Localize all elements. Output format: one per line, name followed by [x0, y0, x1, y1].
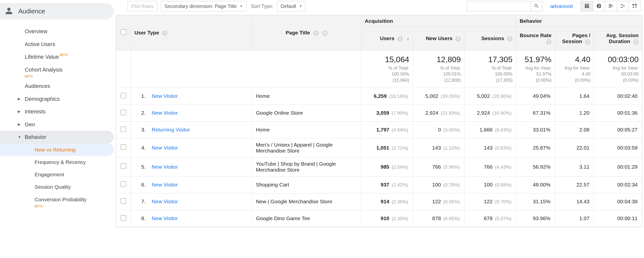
- help-icon[interactable]: ?: [546, 39, 552, 45]
- sidebar-section-audience[interactable]: Audience: [0, 3, 114, 20]
- row-index: 2.: [141, 110, 147, 116]
- sidebar-item-active-users[interactable]: Active Users: [0, 38, 116, 51]
- user-type-link[interactable]: New Visitor: [152, 145, 178, 151]
- sidebar-item-audiences[interactable]: Audiences: [0, 80, 116, 93]
- row-checkbox[interactable]: [121, 127, 126, 132]
- sidebar-item-overview[interactable]: Overview: [0, 25, 116, 38]
- row-index: 1.: [141, 93, 147, 99]
- totals-sessions-value: 17,305: [468, 55, 512, 64]
- user-type-link[interactable]: New Visitor: [152, 164, 178, 170]
- select-all-checkbox[interactable]: [121, 30, 126, 35]
- caret-right-icon: ▶: [18, 109, 20, 114]
- row-checkbox[interactable]: [121, 110, 126, 115]
- users-cell: 1,051(2.71%): [361, 138, 413, 157]
- duration-cell: 00:01:36: [594, 105, 642, 121]
- pps-cell: 2.08: [555, 121, 594, 138]
- view-table-button[interactable]: [581, 1, 593, 11]
- advanced-link[interactable]: advanced: [550, 3, 573, 9]
- view-pie-button[interactable]: [593, 1, 605, 11]
- col-new-users[interactable]: New Users ?: [413, 27, 464, 51]
- remove-dimension-button[interactable]: ✕: [322, 31, 328, 36]
- help-icon[interactable]: ?: [313, 31, 318, 36]
- new-users-cell: 5,002(39.05%): [413, 88, 464, 105]
- col-page-title-label: Page Title: [286, 30, 310, 35]
- secondary-dimension-select[interactable]: Secondary dimension: Page Title ▼: [161, 1, 246, 12]
- user-type-link[interactable]: New Visitor: [152, 215, 178, 221]
- row-index: 4.: [141, 145, 147, 151]
- row-checkbox[interactable]: [121, 215, 126, 221]
- new-users-cell: 2,924(22.83%): [413, 105, 464, 121]
- sidebar-item-geo[interactable]: ▶Geo: [0, 118, 116, 131]
- totals-dur-value: 00:03:00: [598, 55, 638, 64]
- sort-type-select[interactable]: Default ▼: [277, 1, 306, 12]
- user-type-link[interactable]: New Visitor: [152, 110, 178, 116]
- search-button[interactable]: [531, 1, 542, 12]
- page-title-cell: Google Online Store: [252, 105, 361, 121]
- view-performance-button[interactable]: [605, 1, 616, 11]
- sidebar-item-label: Audiences: [25, 83, 50, 90]
- sidebar-item-cohort-analysis[interactable]: Cohort Analysis: [0, 63, 116, 76]
- row-checkbox[interactable]: [121, 198, 126, 204]
- col-users[interactable]: Users ? ↓: [361, 27, 413, 51]
- help-icon[interactable]: ?: [455, 36, 461, 42]
- user-type-link[interactable]: Returning Visitor: [152, 127, 190, 133]
- sidebar-subitem-frequency-recency[interactable]: Frequency & Recency: [0, 156, 116, 168]
- row-checkbox[interactable]: [121, 163, 126, 169]
- table-row: 7. New Visitor New | Google Merchandise …: [116, 193, 642, 210]
- user-type-link[interactable]: New Visitor: [152, 182, 178, 188]
- user-type-link[interactable]: New Visitor: [152, 199, 178, 204]
- page-title-cell: New | Google Merchandise Store: [252, 193, 361, 210]
- table-icon: [584, 3, 590, 10]
- bounce-cell: 25.87%: [516, 138, 555, 157]
- help-icon[interactable]: ?: [162, 31, 168, 36]
- col-user-type[interactable]: User Type ?: [131, 15, 252, 51]
- table-row: 3. Returning Visitor Home 1,797(4.64%) 0…: [116, 121, 642, 138]
- sidebar-subitem-session-quality[interactable]: Session Quality: [0, 181, 116, 193]
- new-users-cell: 100(0.78%): [413, 176, 464, 193]
- sidebar-item-lifetime-value[interactable]: Lifetime ValueBETA: [0, 51, 116, 63]
- row-checkbox[interactable]: [121, 181, 126, 187]
- sidebar-item-interests[interactable]: ▶Interests: [0, 105, 116, 118]
- row-index: 8.: [141, 215, 147, 221]
- row-index: 6.: [141, 182, 147, 188]
- user-type-link[interactable]: New Visitor: [152, 93, 178, 99]
- sidebar-item-behavior[interactable]: ▼Behavior: [0, 131, 114, 144]
- help-icon[interactable]: ?: [507, 36, 512, 42]
- page-title-cell: YouTube | Shop by Brand | Google Merchan…: [252, 157, 361, 176]
- totals-users-value: 15,064: [365, 55, 409, 64]
- view-comparison-button[interactable]: [616, 1, 628, 11]
- row-checkbox[interactable]: [121, 144, 126, 150]
- new-users-cell: 0(0.00%): [413, 121, 464, 138]
- plot-rows-button[interactable]: Plot Rows: [128, 1, 157, 12]
- col-avg-duration[interactable]: Avg. Session Duration ?: [594, 27, 642, 51]
- col-pages-session[interactable]: Pages / Session ?: [555, 27, 594, 51]
- view-pivot-button[interactable]: [628, 1, 640, 11]
- col-sessions[interactable]: Sessions ?: [464, 27, 516, 51]
- sidebar-item-demographics[interactable]: ▶Demographics: [0, 93, 116, 106]
- group-behavior: Behavior: [516, 15, 642, 27]
- pps-cell: 22.57: [555, 176, 594, 193]
- col-bounce-rate[interactable]: Bounce Rate ?: [516, 27, 555, 51]
- col-user-type-label: User Type: [134, 30, 159, 35]
- help-icon[interactable]: ?: [398, 36, 403, 42]
- sidebar-subitem-engagement[interactable]: Engagement: [0, 168, 116, 181]
- duration-cell: 00:03:59: [594, 138, 642, 157]
- users-cell: 985(2.54%): [361, 157, 413, 176]
- sidebar-item-label: Geo: [25, 121, 35, 128]
- pps-cell: 14.43: [555, 193, 594, 210]
- search-input[interactable]: [467, 1, 531, 12]
- help-icon[interactable]: ?: [585, 39, 590, 45]
- row-checkbox[interactable]: [121, 93, 126, 98]
- table-row: 6. New Visitor Shopping Cart 937(2.42%) …: [116, 176, 642, 193]
- pie-chart-icon: [596, 3, 602, 10]
- sidebar-subitem-new-vs-returning[interactable]: New vs Returning: [0, 144, 114, 156]
- bounce-cell: 56.92%: [516, 157, 555, 176]
- col-page-title[interactable]: Page Title ? ✕: [252, 15, 361, 51]
- caret-down-icon: ▼: [240, 5, 242, 8]
- toolbar: Plot Rows Secondary dimension: Page Titl…: [116, 0, 644, 15]
- sidebar-item-label: Interests: [25, 108, 46, 115]
- secondary-dimension-label: Secondary dimension: Page Title: [164, 4, 237, 9]
- sidebar-subitem-conversion-probability[interactable]: Conversion Probability: [0, 193, 116, 206]
- search-icon: [534, 3, 539, 10]
- help-icon[interactable]: ?: [633, 39, 638, 45]
